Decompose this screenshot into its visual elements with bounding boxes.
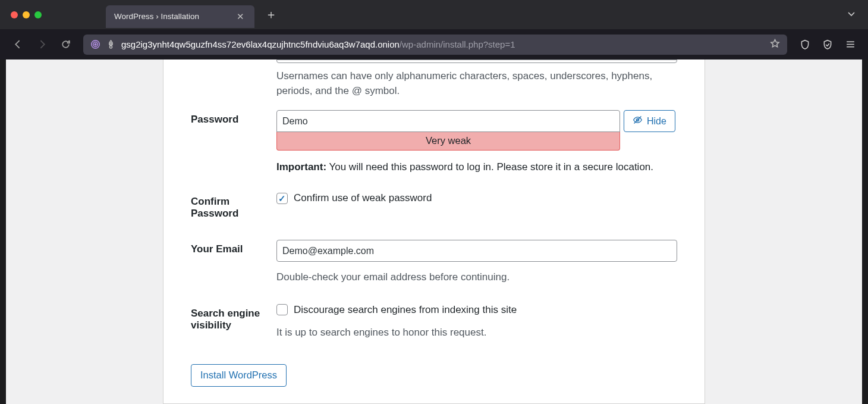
- hide-button-label: Hide: [647, 116, 666, 127]
- confirm-weak-password-checkbox[interactable]: [276, 193, 288, 204]
- nav-back-button[interactable]: [8, 35, 27, 54]
- email-field[interactable]: [276, 240, 677, 262]
- toolbar-right: [795, 35, 860, 54]
- svg-point-3: [109, 46, 112, 48]
- hide-password-button[interactable]: Hide: [624, 110, 675, 132]
- search-engine-hint: It is up to search engines to honor this…: [276, 325, 677, 340]
- tor-circuit-icon[interactable]: [90, 39, 100, 49]
- install-wordpress-button[interactable]: Install WordPress: [191, 364, 287, 387]
- username-hint: Usernames can have only alphanumeric cha…: [276, 69, 677, 98]
- email-hint: Double-check your email address before c…: [276, 270, 677, 285]
- discourage-search-engines-label[interactable]: Discourage search engines from indexing …: [294, 304, 517, 316]
- svg-point-2: [95, 43, 96, 45]
- page-outer: Usernames can have only alphanumeric cha…: [68, 59, 800, 404]
- security-level-icon[interactable]: [818, 35, 837, 54]
- important-label: Important:: [276, 161, 326, 173]
- url-host: gsg2ig3ynht4qw5guzfn4ss72ev6lax4qzujhtnc…: [121, 39, 400, 49]
- window-close-button[interactable]: [11, 11, 18, 18]
- install-form: Usernames can have only alphanumeric cha…: [163, 59, 705, 404]
- nav-forward-button[interactable]: [32, 35, 51, 54]
- page-viewport: Usernames can have only alphanumeric cha…: [6, 59, 862, 404]
- tab-title: WordPress › Installation: [114, 12, 199, 21]
- window-chrome: WordPress › Installation ✕ ＋: [0, 0, 868, 29]
- password-important-note: Important: You will need this password t…: [276, 161, 677, 173]
- bookmark-star-icon[interactable]: [770, 39, 780, 51]
- tab-overflow-icon[interactable]: [847, 9, 856, 21]
- url-bar[interactable]: gsg2ig3ynht4qw5guzfn4ss72ev6lax4qzujhtnc…: [83, 35, 787, 55]
- confirm-weak-password-label[interactable]: Confirm use of weak password: [294, 192, 432, 204]
- traffic-lights: [11, 11, 42, 18]
- nav-reload-button[interactable]: [56, 35, 75, 54]
- url-path: /wp-admin/install.php?step=1: [400, 39, 515, 49]
- username-field[interactable]: [276, 59, 677, 63]
- important-text: You will need this password to log in. P…: [326, 161, 653, 173]
- search-engine-visibility-label: Search engine visibility: [191, 296, 276, 351]
- password-strength-meter: Very weak: [276, 131, 620, 151]
- confirm-password-label: Confirm Password: [191, 184, 276, 231]
- url-toolbar: gsg2ig3ynht4qw5guzfn4ss72ev6lax4qzujhtnc…: [0, 29, 868, 59]
- window-maximize-button[interactable]: [34, 11, 42, 18]
- onion-lock-icon: [106, 40, 115, 49]
- browser-tab-active[interactable]: WordPress › Installation ✕: [106, 5, 254, 28]
- discourage-search-engines-checkbox[interactable]: [276, 304, 288, 315]
- window-minimize-button[interactable]: [23, 11, 30, 18]
- hamburger-menu-icon[interactable]: [841, 35, 860, 54]
- tab-close-icon[interactable]: ✕: [235, 11, 246, 22]
- password-field[interactable]: [276, 110, 620, 132]
- email-label: Your Email: [191, 231, 276, 296]
- shield-icon[interactable]: [795, 35, 814, 54]
- new-tab-button[interactable]: ＋: [265, 7, 277, 23]
- eye-off-icon: [633, 115, 643, 127]
- password-label: Password: [191, 102, 276, 184]
- url-text: gsg2ig3ynht4qw5guzfn4ss72ev6lax4qzujhtnc…: [121, 39, 764, 49]
- browser-tabs: WordPress › Installation ✕ ＋: [106, 0, 277, 29]
